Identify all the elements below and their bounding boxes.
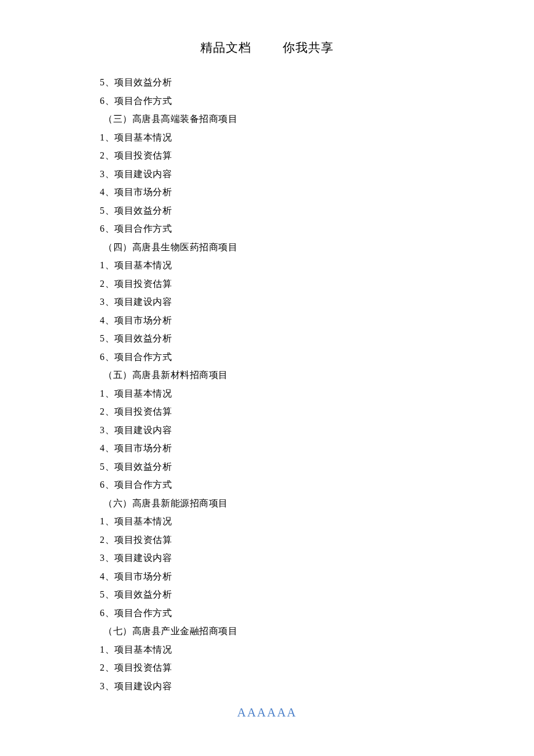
list-item: 2、项目投资估算	[100, 402, 441, 421]
list-item: 3、项目建设内容	[100, 421, 441, 440]
list-item: 3、项目建设内容	[100, 677, 441, 696]
page-header: 精品文档 你我共享	[0, 0, 534, 73]
section-heading: （五）高唐县新材料招商项目	[100, 366, 441, 384]
section-heading: （四）高唐县生物医药招商项目	[100, 238, 441, 257]
list-item: 4、项目市场分析	[100, 439, 441, 458]
list-item: 6、项目合作方式	[100, 604, 441, 622]
list-item: 5、项目效益分析	[100, 329, 441, 348]
list-item: 1、项目基本情况	[100, 512, 441, 531]
list-item: 4、项目市场分析	[100, 183, 441, 201]
section-heading: （六）高唐县新能源招商项目	[100, 494, 441, 513]
list-item: 5、项目效益分析	[100, 458, 441, 476]
list-item: 2、项目投资估算	[100, 275, 441, 293]
list-item: 3、项目建设内容	[100, 549, 441, 567]
list-item: 2、项目投资估算	[100, 146, 441, 165]
page-footer: AAAAAA	[0, 705, 534, 720]
list-item: 1、项目基本情况	[100, 256, 441, 275]
header-left: 精品文档	[200, 41, 251, 55]
list-item: 1、项目基本情况	[100, 384, 441, 403]
list-item: 2、项目投资估算	[100, 658, 441, 677]
list-item: 3、项目建设内容	[100, 165, 441, 183]
list-item: 5、项目效益分析	[100, 585, 441, 604]
header-right: 你我共享	[283, 41, 334, 55]
list-item: 6、项目合作方式	[100, 219, 441, 238]
list-item: 1、项目基本情况	[100, 128, 441, 147]
section-heading: （七）高唐县产业金融招商项目	[100, 622, 441, 640]
list-item: 5、项目效益分析	[100, 73, 441, 92]
document-content: 5、项目效益分析 6、项目合作方式 （三）高唐县高端装备招商项目 1、项目基本情…	[0, 73, 534, 695]
list-item: 6、项目合作方式	[100, 92, 441, 110]
list-item: 1、项目基本情况	[100, 640, 441, 659]
list-item: 4、项目市场分析	[100, 311, 441, 330]
list-item: 6、项目合作方式	[100, 348, 441, 366]
list-item: 4、项目市场分析	[100, 567, 441, 586]
list-item: 5、项目效益分析	[100, 201, 441, 220]
list-item: 3、项目建设内容	[100, 293, 441, 311]
section-heading: （三）高唐县高端装备招商项目	[100, 110, 441, 128]
list-item: 2、项目投资估算	[100, 531, 441, 549]
list-item: 6、项目合作方式	[100, 476, 441, 494]
